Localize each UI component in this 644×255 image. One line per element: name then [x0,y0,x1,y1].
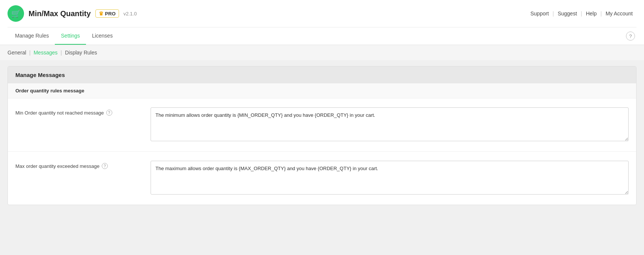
min-order-qty-label: Min Order quantity not reached message ? [15,107,143,116]
sub-nav: General | Messages | Display Rules [0,45,644,60]
support-link[interactable]: Support [526,11,552,17]
version-label: v2.1.0 [124,11,137,17]
min-order-qty-control [151,107,629,142]
header-left: 🛒 Min/Max Quantity ♛ PRO v2.1.0 [8,5,137,22]
order-qty-section-label: Order quantity rules message [8,83,636,98]
max-order-qty-control [151,161,629,196]
manage-messages-card: Manage Messages Order quantity rules mes… [8,66,636,205]
sub-nav-divider-1: | [29,50,31,56]
sub-nav-messages[interactable]: Messages [33,50,57,56]
tab-settings[interactable]: Settings [55,27,86,45]
pro-label: PRO [105,11,116,17]
header: 🛒 Min/Max Quantity ♛ PRO v2.1.0 Support … [0,0,644,45]
section-title: Manage Messages [8,66,636,83]
suggest-link[interactable]: Suggest [554,11,581,17]
app-title: Min/Max Quantity [29,9,91,18]
pro-badge: ♛ PRO [95,9,119,18]
help-circle-icon[interactable]: ? [626,32,635,41]
sub-nav-display-rules[interactable]: Display Rules [65,50,97,56]
sub-nav-divider-2: | [60,50,62,56]
my-account-link[interactable]: My Account [602,11,636,17]
max-order-help-icon[interactable]: ? [102,163,108,169]
max-order-qty-row: Max order quantity exceeded message ? [8,152,636,205]
tab-manage-rules[interactable]: Manage Rules [9,27,55,45]
min-order-qty-textarea[interactable] [151,107,629,141]
min-order-qty-row: Min Order quantity not reached message ? [8,98,636,152]
header-top: 🛒 Min/Max Quantity ♛ PRO v2.1.0 Support … [8,0,636,27]
header-tabs-row: Manage Rules Settings Licenses ? [8,27,636,45]
main-content: Manage Messages Order quantity rules mes… [0,66,644,213]
sub-nav-general[interactable]: General [8,50,26,56]
app-logo: 🛒 [8,5,24,22]
max-order-qty-textarea[interactable] [151,161,629,195]
header-nav: Support | Suggest | Help | My Account [526,11,636,17]
tab-licenses[interactable]: Licenses [86,27,119,45]
main-nav-tabs: Manage Rules Settings Licenses [8,27,120,45]
max-order-qty-label: Max order quantity exceeded message ? [15,161,143,169]
help-link[interactable]: Help [582,11,600,17]
min-order-help-icon[interactable]: ? [106,110,112,116]
crown-icon: ♛ [99,11,104,17]
